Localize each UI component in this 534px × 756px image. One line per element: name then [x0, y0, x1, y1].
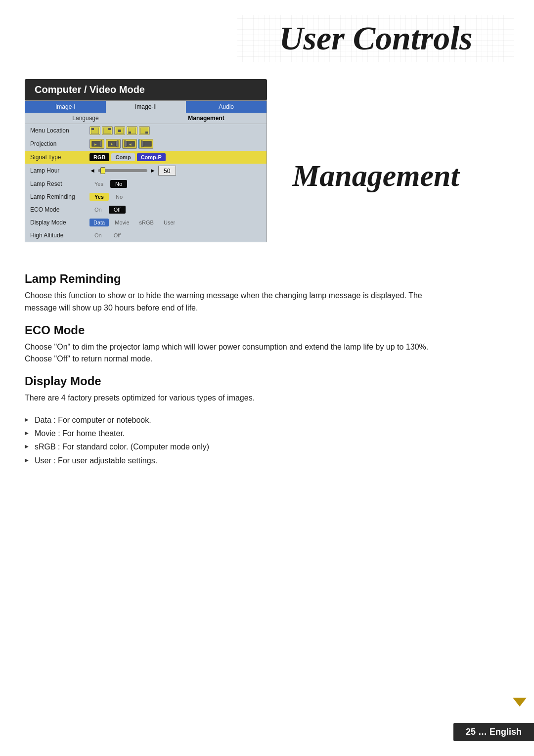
- projection-icons: ▶ ▶: [89, 139, 153, 149]
- subtab-language[interactable]: Language: [25, 113, 146, 124]
- heading-display-mode: Display Mode: [25, 374, 509, 388]
- section-eco-mode: ECO Mode Choose "On" to dim the projecto…: [25, 323, 509, 366]
- subtab-management[interactable]: Management: [146, 113, 267, 124]
- menu-table: Image-I Image-II Audio Language Manageme…: [25, 100, 267, 242]
- lamp-reminding-yes[interactable]: Yes: [89, 193, 109, 201]
- section-lamp-reminding: Lamp Reminding Choose this function to s…: [25, 272, 509, 314]
- label-menu-location: Menu Location: [30, 127, 89, 134]
- controls-display-mode: Data Movie sRGB User: [89, 219, 262, 226]
- signal-btn-rgb[interactable]: RGB: [89, 153, 109, 161]
- menu-row-projection: Projection ▶: [25, 137, 267, 151]
- display-mode-user[interactable]: User: [160, 219, 179, 226]
- menu-row-signal-type: Signal Type RGB Comp Comp-P: [25, 151, 267, 164]
- svg-text:▶: ▶: [94, 143, 97, 146]
- tab-audio[interactable]: Audio: [186, 101, 267, 113]
- text-eco-mode: Choose "On" to dim the projector lamp wh…: [25, 341, 455, 366]
- heading-eco-mode: ECO Mode: [25, 323, 509, 337]
- menu-row-lamp-reminding: Lamp Reminding Yes No: [25, 190, 267, 203]
- lamp-value-display: 50: [158, 166, 176, 176]
- menu-tabs: Image-I Image-II Audio: [25, 101, 267, 113]
- controls-signal-type: RGB Comp Comp-P: [89, 153, 262, 161]
- controls-menu-location: [89, 126, 262, 135]
- svg-text:▶: ▶: [111, 143, 113, 146]
- lamp-reset-yes[interactable]: Yes: [89, 180, 108, 188]
- svg-marker-16: [125, 140, 127, 147]
- proj-icon-front-ceiling[interactable]: ▶: [106, 139, 121, 149]
- cv-mode-header: Computer / Video Mode: [25, 79, 267, 100]
- heading-lamp-reminding: Lamp Reminding: [25, 272, 509, 286]
- page-number-badge: 25 … English: [453, 723, 534, 741]
- svg-marker-11: [99, 140, 102, 147]
- controls-projection: ▶ ▶: [89, 139, 262, 149]
- loc-icon-tl[interactable]: [89, 126, 100, 135]
- high-altitude-off[interactable]: Off: [109, 231, 126, 239]
- text-display-mode: There are 4 factory presets optimized fo…: [25, 392, 455, 404]
- svg-rect-1: [91, 128, 94, 130]
- menu-row-location: Menu Location: [25, 124, 267, 137]
- display-mode-data[interactable]: Data: [89, 219, 109, 226]
- management-subtitle: Management: [237, 158, 514, 193]
- proj-icon-front[interactable]: ▶: [89, 139, 104, 149]
- text-lamp-reminding: Choose this function to show or to hide …: [25, 290, 455, 314]
- menu-row-lamp-reset: Lamp Reset Yes No: [25, 178, 267, 190]
- label-lamp-hour: Lamp Hour: [30, 167, 89, 174]
- label-eco-mode: ECO Mode: [30, 206, 89, 213]
- proj-icon-rear[interactable]: ◀: [122, 139, 137, 149]
- lamp-reminding-no[interactable]: No: [111, 193, 128, 201]
- label-high-altitude: High Altitude: [30, 232, 89, 239]
- controls-lamp-hour: ◄ ► 50: [89, 166, 262, 176]
- lamp-slider-thumb: [100, 167, 105, 174]
- loc-icon-tr[interactable]: [102, 126, 113, 135]
- proj-icon-rear-ceiling[interactable]: [138, 139, 153, 149]
- bullet-user: User : For user adjustable settings.: [25, 454, 509, 467]
- loc-icon-center[interactable]: [114, 126, 125, 135]
- page-title: User Controls: [237, 15, 514, 62]
- signal-btn-comp-p[interactable]: Comp-P: [137, 153, 166, 161]
- controls-high-altitude: On Off: [89, 231, 262, 239]
- controls-eco-mode: On Off: [89, 206, 262, 214]
- main-content: Lamp Reminding Choose this function to s…: [25, 272, 509, 472]
- header-section: User Controls: [237, 15, 514, 62]
- display-mode-srgb[interactable]: sRGB: [135, 219, 158, 226]
- label-signal-type: Signal Type: [30, 154, 89, 161]
- svg-marker-14: [116, 140, 118, 147]
- display-mode-movie[interactable]: Movie: [111, 219, 133, 226]
- svg-text:◀: ◀: [129, 143, 132, 146]
- loc-icon-br[interactable]: [139, 126, 150, 135]
- menu-row-high-altitude: High Altitude On Off: [25, 229, 267, 242]
- eco-mode-on[interactable]: On: [89, 206, 107, 214]
- lamp-slider-track[interactable]: [98, 169, 147, 172]
- svg-rect-9: [145, 132, 148, 133]
- bullet-data: Data : For computer or notebook.: [25, 413, 509, 427]
- high-altitude-on[interactable]: On: [89, 231, 107, 239]
- label-display-mode: Display Mode: [30, 219, 89, 226]
- controls-lamp-reminding: Yes No: [89, 193, 262, 201]
- lamp-arrow-left[interactable]: ◄: [89, 167, 95, 174]
- menu-subtabs: Language Management: [25, 113, 267, 124]
- left-section: Computer / Video Mode Image-I Image-II A…: [25, 79, 267, 242]
- eco-mode-off[interactable]: Off: [109, 206, 126, 214]
- label-lamp-reset: Lamp Reset: [30, 180, 89, 187]
- lamp-reset-no[interactable]: No: [110, 180, 127, 188]
- controls-lamp-reset: Yes No: [89, 180, 262, 188]
- tab-image-ii[interactable]: Image-II: [106, 101, 186, 113]
- display-mode-bullets: Data : For computer or notebook. Movie :…: [25, 413, 509, 467]
- svg-rect-3: [108, 128, 111, 130]
- section-display-mode: Display Mode There are 4 factory presets…: [25, 374, 509, 467]
- svg-marker-19: [141, 140, 143, 147]
- nav-down-arrow[interactable]: [513, 698, 527, 707]
- menu-row-lamp-hour: Lamp Hour ◄ ► 50: [25, 164, 267, 178]
- tab-image-i[interactable]: Image-I: [25, 101, 106, 113]
- label-lamp-reminding: Lamp Reminding: [30, 193, 89, 200]
- loc-icon-bl[interactable]: [127, 126, 137, 135]
- menu-row-display-mode: Display Mode Data Movie sRGB User: [25, 216, 267, 229]
- svg-rect-5: [118, 130, 121, 132]
- bullet-srgb: sRGB : For standard color. (Computer mod…: [25, 440, 509, 453]
- menu-row-eco-mode: ECO Mode On Off: [25, 203, 267, 216]
- location-icons: [89, 126, 150, 135]
- lamp-arrow-right[interactable]: ►: [150, 167, 156, 174]
- signal-btn-comp[interactable]: Comp: [111, 153, 134, 161]
- svg-rect-7: [129, 132, 131, 133]
- svg-rect-20: [143, 141, 151, 146]
- label-projection: Projection: [30, 140, 89, 147]
